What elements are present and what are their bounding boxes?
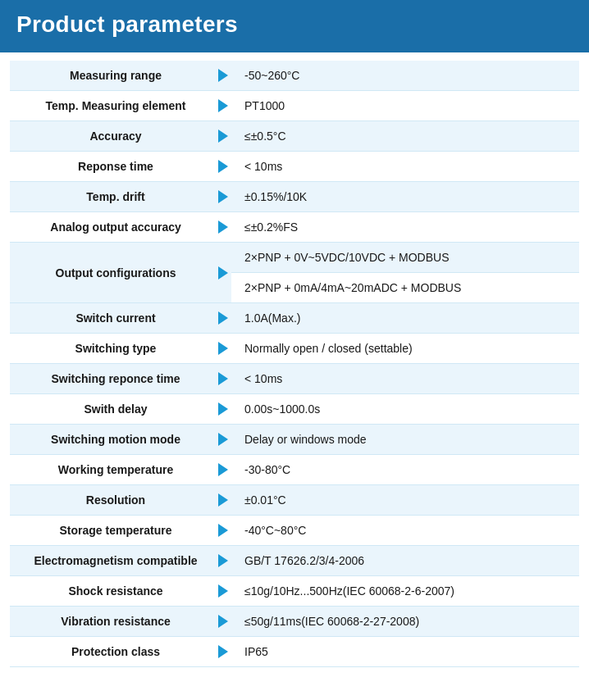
table-row: Vibration resistance ≤50g/11ms(IEC 60068… [10,607,579,637]
param-value: 1.0A(Max.) [231,303,579,334]
param-value: PT1000 [231,91,579,121]
param-label: Switching type [10,334,231,364]
param-label: Temp. drift [10,182,231,212]
table-row: Measuring range -50~260°C [10,61,579,91]
param-value: Normally open / closed (settable) [231,334,579,364]
param-value: ≤50g/11ms(IEC 60068-2-27-2008) [231,607,579,637]
param-value: < 10ms [231,152,579,182]
param-label: Electromagnetism compatible [10,546,231,576]
param-value-sub: 2×PNP + 0mA/4mA~20mADC + MODBUS [231,273,579,303]
table-row: Shock resistance ≤10g/10Hz...500Hz(IEC 6… [10,576,579,607]
param-value: IP65 [231,637,579,667]
param-label: Protection class [10,637,231,667]
param-value: ±0.01°C [231,485,579,516]
param-value: ≤10g/10Hz...500Hz(IEC 60068-2-6-2007) [231,576,579,607]
table-row: Temp. Measuring element PT1000 [10,91,579,121]
table-row: Storage temperature -40°C~80°C [10,516,579,546]
param-value: Delay or windows mode [231,425,579,455]
param-value: ≤±0.5°C [231,121,579,152]
table-row: Switching motion mode Delay or windows m… [10,425,579,455]
table-row: Electromagnetism compatible GB/T 17626.2… [10,546,579,576]
table-row: Protection class IP65 [10,637,579,667]
param-label: Switch current [10,303,231,334]
param-label: Swith delay [10,394,231,425]
table-row: Swith delay 0.00s~1000.0s [10,394,579,425]
param-value: -40°C~80°C [231,516,579,546]
param-value: -50~260°C [231,61,579,91]
param-value: 0.00s~1000.0s [231,394,579,425]
param-value: ≤±0.2%FS [231,212,579,243]
param-label: Reponse time [10,152,231,182]
table-row: Switch current 1.0A(Max.) [10,303,579,334]
param-label: Storage temperature [10,516,231,546]
table-row: Accuracy ≤±0.5°C [10,121,579,152]
header: Product parameters [0,0,589,52]
table-row: Reponse time < 10ms [10,152,579,182]
param-label: Measuring range [10,61,231,91]
param-label: Switching motion mode [10,425,231,455]
param-label: Temp. Measuring element [10,91,231,121]
param-label: Accuracy [10,121,231,152]
page-title: Product parameters [16,11,573,38]
table-container: Measuring range -50~260°C Temp. Measurin… [0,52,589,675]
param-value: < 10ms [231,364,579,394]
param-value: GB/T 17626.2/3/4-2006 [231,546,579,576]
param-value: ±0.15%/10K [231,182,579,212]
param-value: 2×PNP + 0V~5VDC/10VDC + MODBUS [231,243,579,273]
param-label: Vibration resistance [10,607,231,637]
table-row: Analog output accuracy ≤±0.2%FS [10,212,579,243]
table-row: Temp. drift ±0.15%/10K [10,182,579,212]
table-row: Output configurations 2×PNP + 0V~5VDC/10… [10,243,579,273]
param-label: Shock resistance [10,576,231,607]
param-label: Working temperature [10,455,231,485]
table-row: Switching reponce time < 10ms [10,364,579,394]
param-label: Analog output accuracy [10,212,231,243]
table-row: Working temperature -30-80°C [10,455,579,485]
table-row: Resolution ±0.01°C [10,485,579,516]
parameters-table: Measuring range -50~260°C Temp. Measurin… [10,61,579,667]
param-label: Output configurations [10,243,231,303]
param-label: Switching reponce time [10,364,231,394]
table-row: Switching type Normally open / closed (s… [10,334,579,364]
param-label: Resolution [10,485,231,516]
param-value: -30-80°C [231,455,579,485]
